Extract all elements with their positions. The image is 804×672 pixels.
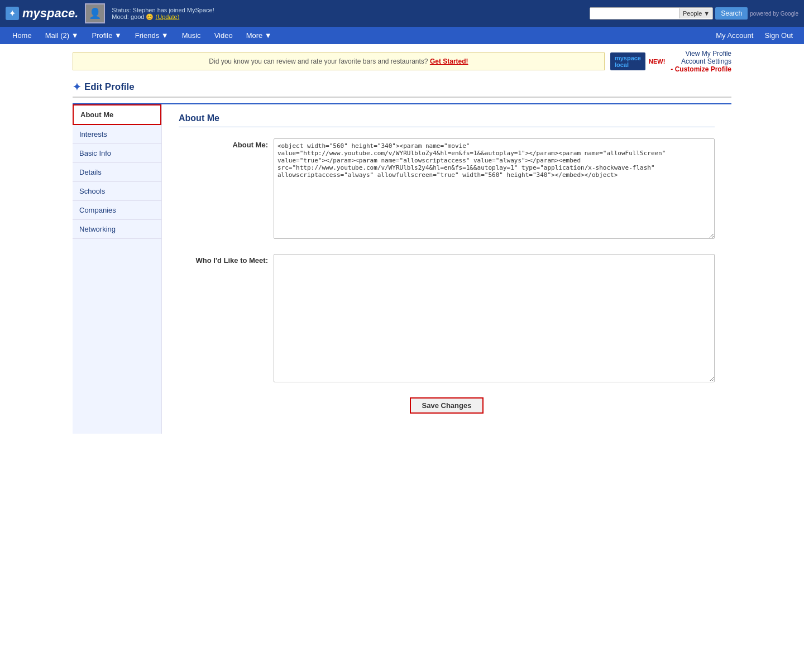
search-button[interactable]: Search	[715, 7, 748, 20]
sidebar-item-networking[interactable]: Networking	[73, 220, 161, 239]
about-me-row: About Me:	[179, 138, 715, 241]
meet-field	[274, 254, 715, 384]
edit-icon: ✦	[73, 81, 81, 93]
logo-icon: ✦	[6, 7, 19, 20]
sidebar-item-companies[interactable]: Companies	[73, 201, 161, 220]
nav-music[interactable]: Music	[175, 27, 208, 44]
get-started-link[interactable]: Get Started!	[430, 57, 468, 65]
about-me-field	[274, 138, 715, 241]
new-badge: NEW!	[649, 58, 665, 65]
main-content: About Me About Me: Who I'd Like to Meet:…	[162, 104, 731, 434]
search-input[interactable]	[590, 8, 679, 19]
banner-row: Did you know you can review and rate you…	[73, 50, 731, 73]
logo-text: myspace.	[22, 6, 78, 21]
customize-profile-link[interactable]: - Customize Profile	[671, 65, 731, 73]
banner-ad-text: Did you know you can review and rate you…	[209, 57, 428, 65]
account-settings-link[interactable]: Account Settings	[671, 57, 731, 65]
nav-home[interactable]: Home	[6, 27, 39, 44]
meet-textarea[interactable]	[274, 254, 715, 382]
content-layout: About Me Interests Basic Info Details Sc…	[73, 103, 731, 434]
nav-sign-out[interactable]: Sign Out	[759, 27, 798, 44]
meet-label: Who I'd Like to Meet:	[179, 254, 268, 265]
about-me-textarea[interactable]	[274, 138, 715, 239]
nav-friends[interactable]: Friends ▼	[128, 27, 175, 44]
save-button[interactable]: Save Changes	[410, 397, 484, 414]
nav-my-account[interactable]: My Account	[710, 27, 759, 44]
search-dropdown[interactable]: People ▼	[679, 8, 712, 18]
status-line1: Status: Stephen has joined MySpace!	[112, 7, 583, 13]
nav-profile[interactable]: Profile ▼	[85, 27, 128, 44]
section-title: About Me	[179, 113, 715, 127]
logo-area: ✦ myspace.	[6, 6, 78, 21]
about-me-label: About Me:	[179, 138, 268, 149]
local-badge: myspace local	[610, 52, 645, 70]
nav-bar: Home Mail (2) ▼ Profile ▼ Friends ▼ Musi…	[0, 27, 804, 44]
sidebar-item-schools[interactable]: Schools	[73, 182, 161, 201]
search-area: People ▼ Search powered by Google	[590, 7, 798, 20]
meet-row: Who I'd Like to Meet:	[179, 254, 715, 384]
banner-logo: myspace local NEW!	[610, 52, 665, 70]
view-my-profile-link[interactable]: View My Profile	[671, 50, 731, 57]
sidebar-item-interests[interactable]: Interests	[73, 125, 161, 144]
avatar: 👤	[85, 3, 105, 23]
nav-right: My Account Sign Out	[710, 27, 798, 44]
status-line2: Mood: good 😊 (Update)	[112, 13, 583, 21]
myspace-local-label: myspace	[615, 55, 641, 61]
search-input-wrap: People ▼	[590, 7, 713, 20]
sidebar-item-details[interactable]: Details	[73, 163, 161, 182]
page-title: Edit Profile	[84, 81, 135, 93]
sidebar-item-about-me[interactable]: About Me	[73, 104, 161, 125]
page-wrapper: Did you know you can review and rate you…	[67, 44, 737, 439]
save-row: Save Changes	[179, 397, 715, 414]
nav-video[interactable]: Video	[208, 27, 240, 44]
edit-profile-title: ✦ Edit Profile	[73, 78, 731, 98]
top-header: ✦ myspace. 👤 Status: Stephen has joined …	[0, 0, 804, 27]
powered-by-label: powered by Google	[750, 11, 798, 17]
sidebar: About Me Interests Basic Info Details Sc…	[73, 104, 162, 434]
nav-more[interactable]: More ▼	[240, 27, 279, 44]
banner-links: View My Profile Account Settings - Custo…	[671, 50, 731, 73]
sidebar-item-basic-info[interactable]: Basic Info	[73, 144, 161, 163]
status-text: Status: Stephen has joined MySpace! Mood…	[112, 7, 583, 21]
banner-ad: Did you know you can review and rate you…	[73, 52, 605, 70]
update-link[interactable]: (Update)	[156, 13, 180, 20]
nav-mail[interactable]: Mail (2) ▼	[39, 27, 85, 44]
